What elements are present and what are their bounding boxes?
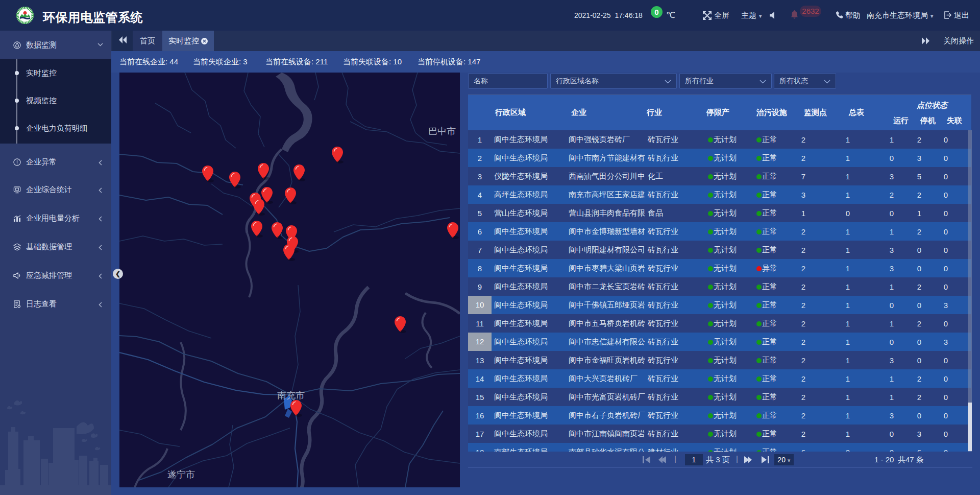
svg-text:巴中市: 巴中市 <box>428 126 456 136</box>
svg-text:南充市: 南充市 <box>277 390 305 400</box>
svg-text:遂宁市: 遂宁市 <box>167 469 195 480</box>
